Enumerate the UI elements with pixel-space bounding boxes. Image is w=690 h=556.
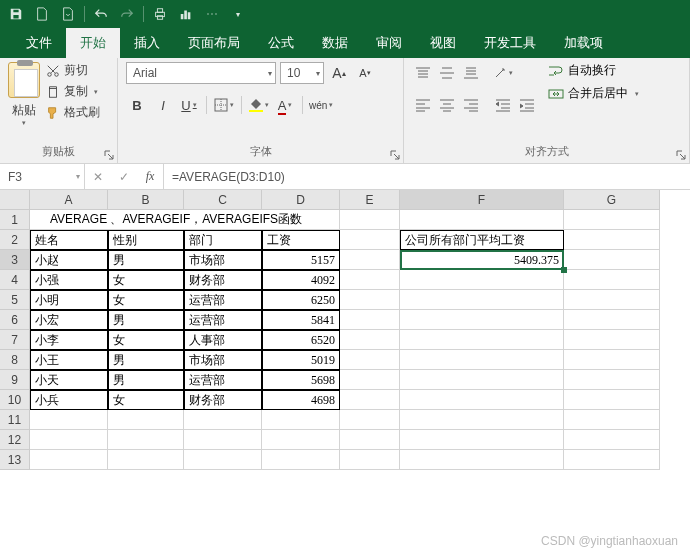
cell[interactable]: 男: [108, 310, 184, 330]
cell[interactable]: 公司所有部门平均工资: [400, 230, 564, 250]
tab-file[interactable]: 文件: [12, 28, 66, 58]
cell[interactable]: [564, 390, 660, 410]
copy-button[interactable]: 复制▾: [46, 83, 100, 100]
enter-icon[interactable]: ✓: [111, 170, 137, 184]
align-right-icon[interactable]: [460, 94, 482, 116]
dialog-launcher-icon[interactable]: [103, 149, 115, 161]
cell[interactable]: 4698: [262, 390, 340, 410]
fill-color-button[interactable]: [248, 94, 270, 116]
tab-data[interactable]: 数据: [308, 28, 362, 58]
col-header-D[interactable]: D: [262, 190, 340, 210]
qat-dropdown-icon[interactable]: ▾: [226, 2, 250, 26]
tab-home[interactable]: 开始: [66, 28, 120, 58]
cell[interactable]: [400, 370, 564, 390]
wrap-text-button[interactable]: 自动换行: [548, 62, 639, 79]
row-header[interactable]: 11: [0, 410, 30, 430]
col-header-B[interactable]: B: [108, 190, 184, 210]
cell[interactable]: 市场部: [184, 250, 262, 270]
border-button[interactable]: [213, 94, 235, 116]
cell[interactable]: 4092: [262, 270, 340, 290]
cell[interactable]: [564, 250, 660, 270]
row-header[interactable]: 10: [0, 390, 30, 410]
col-header-G[interactable]: G: [564, 190, 660, 210]
cell[interactable]: 男: [108, 350, 184, 370]
col-header-F[interactable]: F: [400, 190, 564, 210]
cell[interactable]: [564, 410, 660, 430]
cell[interactable]: [30, 410, 108, 430]
redo-icon[interactable]: [115, 2, 139, 26]
italic-button[interactable]: I: [152, 94, 174, 116]
row-header[interactable]: 12: [0, 430, 30, 450]
save-icon[interactable]: [4, 2, 28, 26]
cell[interactable]: 小兵: [30, 390, 108, 410]
row-header[interactable]: 3: [0, 250, 30, 270]
cell[interactable]: [340, 330, 400, 350]
cell[interactable]: [400, 210, 564, 230]
cell[interactable]: [184, 430, 262, 450]
cell[interactable]: [340, 230, 400, 250]
col-header-E[interactable]: E: [340, 190, 400, 210]
cell[interactable]: 女: [108, 390, 184, 410]
cell[interactable]: 小王: [30, 350, 108, 370]
cell[interactable]: [564, 350, 660, 370]
cell[interactable]: 部门: [184, 230, 262, 250]
cell[interactable]: [400, 450, 564, 470]
cell[interactable]: 女: [108, 270, 184, 290]
cell[interactable]: 男: [108, 250, 184, 270]
cell[interactable]: [400, 310, 564, 330]
align-middle-icon[interactable]: [436, 62, 458, 84]
row-header[interactable]: 2: [0, 230, 30, 250]
cell[interactable]: 工资: [262, 230, 340, 250]
cell[interactable]: 6250: [262, 290, 340, 310]
cell[interactable]: AVERAGE 、AVERAGEIF，AVERAGEIFS函数: [30, 210, 108, 230]
cell[interactable]: [564, 450, 660, 470]
row-header[interactable]: 7: [0, 330, 30, 350]
tab-developer[interactable]: 开发工具: [470, 28, 550, 58]
cell[interactable]: 小宏: [30, 310, 108, 330]
cell[interactable]: [262, 410, 340, 430]
cell[interactable]: 小明: [30, 290, 108, 310]
cell[interactable]: 运营部: [184, 290, 262, 310]
cell[interactable]: [262, 430, 340, 450]
cell[interactable]: 小赵: [30, 250, 108, 270]
cell[interactable]: 小天: [30, 370, 108, 390]
tab-insert[interactable]: 插入: [120, 28, 174, 58]
align-bottom-icon[interactable]: [460, 62, 482, 84]
font-size-select[interactable]: 10▾: [280, 62, 324, 84]
cell[interactable]: [340, 350, 400, 370]
cell[interactable]: [400, 430, 564, 450]
fx-icon[interactable]: fx: [137, 169, 163, 184]
cell[interactable]: [184, 410, 262, 430]
cell[interactable]: 女: [108, 330, 184, 350]
row-header[interactable]: 5: [0, 290, 30, 310]
cell[interactable]: 女: [108, 290, 184, 310]
cell[interactable]: 6520: [262, 330, 340, 350]
cell[interactable]: [340, 450, 400, 470]
cell[interactable]: [564, 230, 660, 250]
new-file-icon[interactable]: [30, 2, 54, 26]
cell[interactable]: [564, 270, 660, 290]
cell[interactable]: 运营部: [184, 310, 262, 330]
cell[interactable]: [400, 390, 564, 410]
cut-button[interactable]: 剪切: [46, 62, 100, 79]
cell[interactable]: [184, 450, 262, 470]
decrease-indent-icon[interactable]: [492, 94, 514, 116]
col-header-A[interactable]: A: [30, 190, 108, 210]
merge-center-button[interactable]: 合并后居中▾: [548, 85, 639, 102]
cell[interactable]: [564, 210, 660, 230]
decrease-font-icon[interactable]: A▾: [354, 62, 376, 84]
cell[interactable]: 财务部: [184, 270, 262, 290]
cell[interactable]: [564, 370, 660, 390]
undo-icon[interactable]: [89, 2, 113, 26]
tab-layout[interactable]: 页面布局: [174, 28, 254, 58]
dialog-launcher-icon[interactable]: [389, 149, 401, 161]
cell[interactable]: 性别: [108, 230, 184, 250]
row-header[interactable]: 8: [0, 350, 30, 370]
orientation-button[interactable]: [492, 62, 514, 84]
cell[interactable]: [400, 290, 564, 310]
cell[interactable]: [340, 410, 400, 430]
align-top-icon[interactable]: [412, 62, 434, 84]
row-header[interactable]: 9: [0, 370, 30, 390]
bold-button[interactable]: B: [126, 94, 148, 116]
cell[interactable]: [340, 430, 400, 450]
